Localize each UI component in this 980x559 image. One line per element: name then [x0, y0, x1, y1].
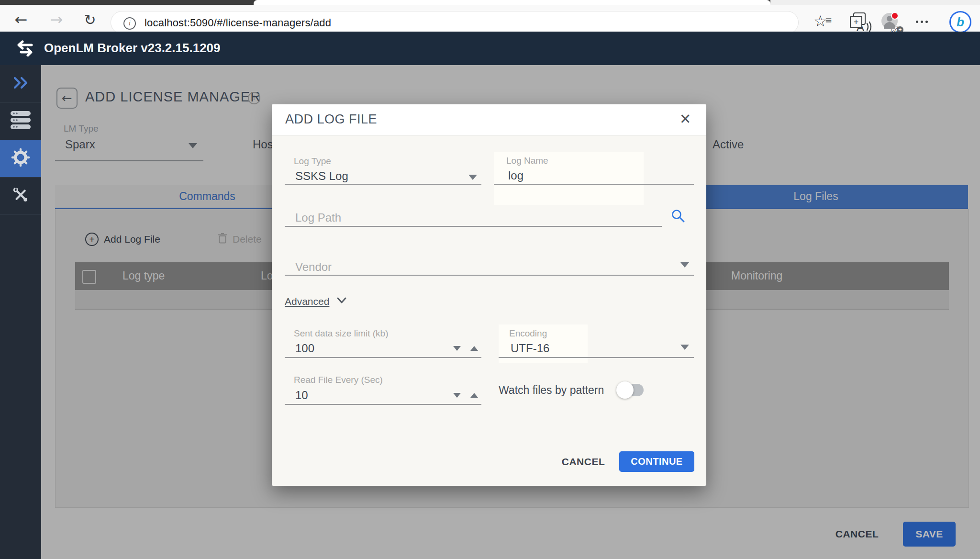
bing-icon[interactable]: b: [949, 11, 971, 33]
browser-tab-strip: [0, 0, 980, 5]
chevron-down-icon: [336, 297, 347, 306]
log-name-underline: [494, 184, 694, 185]
app-title: OpenLM Broker v23.2.15.1209: [44, 41, 221, 56]
encoding-underline: [499, 357, 694, 358]
wrench-icon: [11, 186, 30, 206]
more-icon[interactable]: [916, 14, 928, 29]
double-chevron-right-icon: [12, 76, 29, 92]
toggle-knob: [616, 381, 634, 399]
dialog-continue-button[interactable]: CONTINUE: [619, 451, 694, 472]
log-type-underline: [285, 184, 481, 185]
watch-pattern-label: Watch files by pattern: [499, 384, 604, 397]
app-header: OpenLM Broker v23.2.15.1209: [0, 32, 980, 65]
sent-limit-underline: [285, 357, 481, 358]
browser-active-tab[interactable]: [254, 0, 770, 5]
spinner-down-icon[interactable]: [453, 393, 461, 398]
sidebar-item-tools[interactable]: [0, 177, 41, 215]
spinner-up-icon[interactable]: [470, 346, 478, 351]
spinner-down-icon[interactable]: [453, 346, 461, 351]
back-icon[interactable]: ←: [11, 11, 32, 28]
encoding-label: Encoding: [509, 328, 547, 339]
advanced-toggle[interactable]: Advanced: [285, 296, 347, 307]
sidebar-item-settings[interactable]: [0, 140, 41, 178]
read-every-input[interactable]: 10: [295, 389, 308, 402]
chevron-down-icon[interactable]: [680, 262, 689, 268]
vendor-underline: [285, 275, 694, 276]
log-type-label: Log Type: [294, 156, 331, 167]
notification-dot: [891, 12, 899, 20]
swap-arrows-icon: [14, 40, 34, 58]
forward-icon[interactable]: →: [46, 11, 67, 28]
chevron-down-icon[interactable]: [680, 345, 689, 350]
advanced-label: Advanced: [285, 296, 329, 307]
vendor-select[interactable]: Vendor: [295, 260, 332, 274]
site-info-icon[interactable]: i: [123, 17, 136, 30]
read-every-underline: [285, 404, 481, 405]
search-icon[interactable]: [671, 209, 685, 225]
url-text[interactable]: localhost:5090/#/license-managers/add: [145, 17, 331, 29]
browser-tab-strip-end: [770, 0, 980, 5]
favorites-bar-icon[interactable]: ☆≡: [813, 12, 827, 30]
read-every-label: Read File Every (Sec): [294, 375, 383, 385]
encoding-select[interactable]: UTF-16: [511, 342, 549, 355]
dialog-cancel-button[interactable]: CANCEL: [552, 452, 614, 471]
sent-limit-label: Sent data size limit (kb): [294, 328, 388, 339]
watch-pattern-toggle[interactable]: [619, 384, 644, 396]
log-path-input[interactable]: Log Path: [295, 211, 341, 224]
dialog-header: ADD LOG FILE ×: [272, 104, 706, 135]
browser-toolbar: ← → ↻ i localhost:5090/#/license-manager…: [0, 5, 980, 32]
chevron-down-icon[interactable]: [468, 175, 477, 180]
collections-icon[interactable]: +: [850, 15, 865, 31]
sent-limit-input[interactable]: 100: [295, 342, 314, 355]
profile-icon[interactable]: [881, 13, 898, 29]
dialog-title: ADD LOG FILE: [285, 112, 377, 127]
sidebar-item-license-managers[interactable]: [0, 102, 41, 140]
log-type-select[interactable]: SSKS Log: [295, 169, 348, 183]
sidebar-item-expand[interactable]: [0, 65, 41, 103]
log-name-input[interactable]: log: [508, 169, 523, 182]
log-path-underline: [285, 226, 662, 227]
gear-icon: [11, 148, 30, 169]
add-log-file-dialog: ADD LOG FILE × Log Type SSKS Log Log Nam…: [272, 104, 706, 486]
servers-icon: [10, 111, 31, 132]
refresh-icon[interactable]: ↻: [79, 11, 100, 28]
address-bar[interactable]: i localhost:5090/#/license-managers/add …: [111, 11, 798, 34]
sidebar: [0, 65, 41, 559]
spinner-up-icon[interactable]: [470, 393, 478, 398]
log-name-label: Log Name: [506, 156, 548, 166]
close-icon[interactable]: ×: [675, 108, 696, 129]
